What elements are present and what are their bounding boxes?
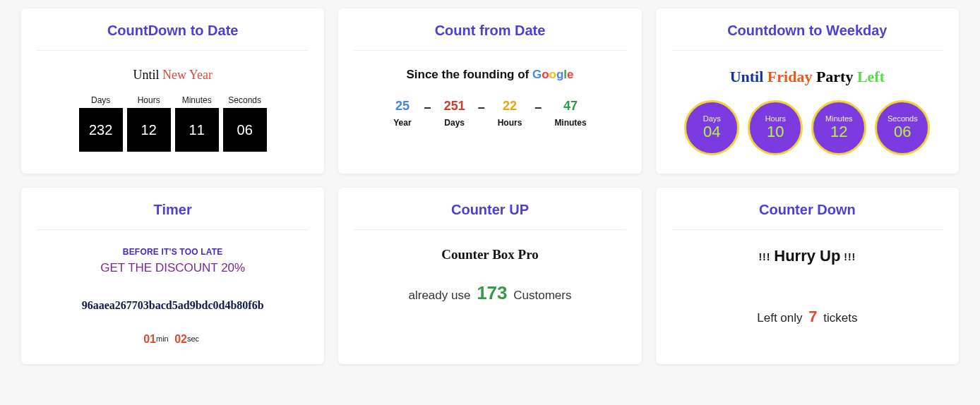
card-title: Countdown to Weekday (671, 23, 943, 39)
unit-days: 251 Days (444, 99, 465, 128)
unit-label: Days (444, 118, 465, 128)
countdown-units: Days 232 Hours 12 Minutes 11 Seconds 06 (37, 95, 309, 152)
card-title: Counter UP (354, 202, 626, 218)
heading-word: Friday (767, 68, 813, 85)
card-title: Count from Date (354, 23, 626, 39)
unit-label: Hours (127, 95, 171, 105)
counterdown-before: Left only (757, 311, 806, 325)
unit-days: Days 232 (79, 95, 123, 152)
excl-left: !!! (758, 251, 774, 262)
timer-discount: GET THE DISCOUNT 20% (37, 261, 309, 275)
heading-before: Since the founding of (406, 68, 532, 81)
divider (37, 229, 309, 230)
unit-seconds: Seconds 06 (223, 95, 267, 152)
card-title: Timer (37, 202, 309, 218)
timer-sec-value: 02 (174, 333, 187, 345)
countdown-heading: Until New Year (37, 68, 309, 83)
divider (671, 229, 943, 230)
heading-before: Until (133, 68, 162, 82)
unit-label: Year (393, 118, 411, 128)
divider (354, 229, 626, 230)
divider (37, 50, 309, 51)
weekday-heading: Until Friday Party Left (671, 68, 943, 86)
card-countdown-to-date: CountDown to Date Until New Year Days 23… (21, 8, 324, 174)
circle-seconds: Seconds 06 (875, 100, 930, 155)
counterup-number: 173 (477, 282, 507, 303)
counterdown-number: 7 (808, 308, 817, 325)
unit-value: 25 (393, 99, 411, 114)
counterup-before: already use (409, 289, 474, 302)
circle-minutes: Minutes 12 (811, 100, 866, 155)
separator: – (478, 100, 485, 115)
counterup-heading: Counter Box Pro (354, 247, 626, 262)
weekday-circles: Days 04 Hours 10 Minutes 12 Seconds 06 (671, 100, 943, 155)
unit-minutes: 47 Minutes (554, 99, 586, 128)
unit-value: 11 (175, 108, 219, 152)
card-title: CountDown to Date (37, 23, 309, 39)
divider (354, 50, 626, 51)
separator: – (424, 100, 431, 115)
unit-hours: 22 Hours (498, 99, 522, 128)
card-title: Counter Down (671, 202, 943, 218)
unit-year: 25 Year (393, 99, 411, 128)
circle-label: Hours (765, 114, 786, 123)
unit-hours: Hours 12 (127, 95, 171, 152)
counterdown-after: tickets (820, 311, 858, 325)
circle-hours: Hours 10 (748, 100, 803, 155)
unit-value: 232 (79, 108, 123, 152)
timer-hash: 96aaea267703bacd5ad9bdc0d4b80f6b (37, 299, 309, 312)
unit-value: 251 (444, 99, 465, 114)
unit-label: Minutes (554, 118, 586, 128)
countup-values: 25 Year – 251 Days – 22 Hours – 47 Minut… (354, 99, 626, 128)
timer-sec-label: sec (187, 334, 199, 343)
card-count-from-date: Count from Date Since the founding of Go… (338, 8, 641, 174)
counterdown-heading: !!! Hurry Up !!! (671, 247, 943, 265)
hurry-text: Hurry Up (774, 247, 840, 265)
unit-label: Hours (498, 118, 522, 128)
card-counter-up: Counter UP Counter Box Pro already use 1… (338, 188, 641, 364)
divider (671, 50, 943, 51)
unit-value: 22 (498, 99, 522, 114)
circle-label: Days (703, 114, 721, 123)
unit-value: 47 (554, 99, 586, 114)
unit-minutes: Minutes 11 (175, 95, 219, 152)
timer-min-label: min (156, 334, 169, 343)
heading-highlight: New Year (162, 68, 213, 82)
unit-label: Seconds (223, 95, 267, 105)
heading-word: Left (857, 68, 885, 85)
circle-label: Minutes (825, 114, 853, 123)
excl-right: !!! (840, 251, 856, 262)
separator: – (534, 100, 542, 115)
card-timer: Timer BEFORE IT'S TOO LATE GET THE DISCO… (21, 188, 324, 364)
countup-heading: Since the founding of Google (354, 68, 626, 82)
timer-preline: BEFORE IT'S TOO LATE (37, 247, 309, 257)
circle-value: 12 (830, 123, 847, 141)
circle-value: 06 (894, 123, 911, 141)
circle-value: 04 (703, 123, 720, 141)
unit-value: 06 (223, 108, 267, 152)
circle-days: Days 04 (684, 100, 739, 155)
unit-value: 12 (127, 108, 171, 152)
card-counter-down: Counter Down !!! Hurry Up !!! Left only … (656, 188, 959, 364)
unit-label: Days (79, 95, 123, 105)
counterup-after: Customers (510, 289, 572, 302)
heading-word: Party (816, 68, 854, 85)
unit-label: Minutes (175, 95, 219, 105)
counterup-line: already use 173 Customers (354, 282, 626, 304)
heading-word: Until (730, 68, 764, 85)
card-countdown-to-weekday: Countdown to Weekday Until Friday Party … (656, 8, 959, 174)
demo-grid: CountDown to Date Until New Year Days 23… (21, 8, 959, 364)
timer-values: 01min 02sec (37, 333, 309, 346)
timer-min-value: 01 (143, 333, 156, 345)
google-logo-text: Google (532, 68, 574, 81)
counterdown-line: Left only 7 tickets (671, 308, 943, 326)
circle-label: Seconds (888, 114, 918, 123)
circle-value: 10 (767, 123, 784, 141)
